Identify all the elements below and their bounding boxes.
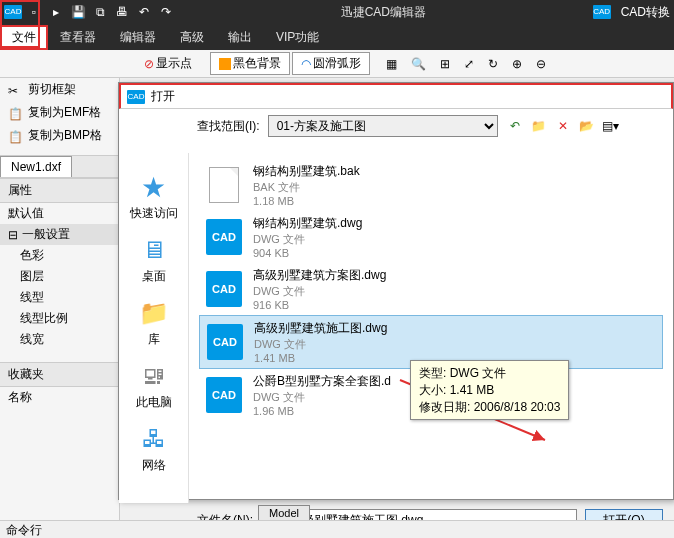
emf-item[interactable]: 📋复制为EMF格 (0, 101, 119, 124)
new-icon[interactable]: ▫ (26, 4, 42, 20)
file-size: 904 KB (253, 247, 362, 259)
menu-file[interactable]: 文件 (0, 25, 48, 50)
newfolder-icon[interactable]: 📂 (578, 117, 596, 135)
tool-7[interactable]: ⊖ (530, 55, 552, 73)
file-size: 1.96 MB (253, 405, 391, 417)
saveall-icon[interactable]: ⧉ (92, 4, 108, 20)
file-type: DWG 文件 (253, 390, 391, 405)
emf-icon: 📋 (8, 107, 22, 119)
open-icon[interactable]: ▸ (48, 4, 64, 20)
file-row[interactable]: CAD高级别墅建筑方案图.dwgDWG 文件916 KB (199, 263, 663, 315)
file-size: 916 KB (253, 299, 386, 311)
tool-4[interactable]: ⤢ (458, 55, 480, 73)
file-size: 1.41 MB (254, 352, 387, 364)
showpoints-button[interactable]: ⊘显示点 (138, 53, 198, 74)
blackbg-button[interactable]: 黑色背景 (210, 52, 290, 75)
crop-item[interactable]: ✂剪切框架 (0, 78, 119, 101)
app-icon: CAD (4, 5, 22, 19)
menu-editor[interactable]: 编辑器 (108, 25, 168, 50)
model-tab[interactable]: Model (258, 505, 310, 521)
prop-layer[interactable]: 图层 (0, 266, 119, 287)
prop-linetype[interactable]: 线型 (0, 287, 119, 308)
file-row[interactable]: CAD钢结构别墅建筑.dwgDWG 文件904 KB (199, 211, 663, 263)
cad-file-icon: CAD (206, 377, 242, 413)
blank-file-icon (209, 167, 239, 203)
up-icon[interactable]: 📁 (530, 117, 548, 135)
collapse-icon: ⊟ (8, 228, 18, 242)
side-network[interactable]: 🖧网络 (124, 423, 184, 474)
side-thispc[interactable]: 🖳此电脑 (124, 360, 184, 411)
cad-file-icon: CAD (206, 219, 242, 255)
command-bar[interactable]: 命令行 (0, 520, 674, 538)
file-name: 钢结构别墅建筑.bak (253, 163, 360, 180)
tool-5[interactable]: ↻ (482, 55, 504, 73)
prop-lineweight[interactable]: 线宽 (0, 329, 119, 350)
menu-advanced[interactable]: 高级 (168, 25, 216, 50)
crop-icon: ✂ (8, 84, 22, 96)
convert-label[interactable]: CAD转换 (621, 4, 670, 21)
print-icon[interactable]: 🖶 (114, 4, 130, 20)
file-row[interactable]: 钢结构别墅建筑.bakBAK 文件1.18 MB (199, 159, 663, 211)
file-tooltip: 类型: DWG 文件 大小: 1.41 MB 修改日期: 2006/8/18 2… (410, 360, 569, 420)
tool-6[interactable]: ⊕ (506, 55, 528, 73)
file-name: 高级别墅建筑施工图.dwg (254, 320, 387, 337)
props-default: 默认值 (0, 203, 119, 224)
undo-icon[interactable]: ↶ (136, 4, 152, 20)
fav-title: 收藏夹 (0, 362, 119, 387)
side-library[interactable]: 📁库 (124, 297, 184, 348)
app-title: 迅捷CAD编辑器 (174, 4, 593, 21)
back-icon[interactable]: ↶ (506, 117, 524, 135)
menu-viewer[interactable]: 查看器 (48, 25, 108, 50)
tool-3[interactable]: ⊞ (434, 55, 456, 73)
bmp-icon: 📋 (8, 130, 22, 142)
arc-button[interactable]: ◠圆滑弧形 (292, 52, 370, 75)
fav-name: 名称 (0, 387, 119, 408)
prop-color[interactable]: 色彩 (0, 245, 119, 266)
del-icon[interactable]: ✕ (554, 117, 572, 135)
props-panel-title: 属性 (0, 178, 119, 203)
file-type: BAK 文件 (253, 180, 360, 195)
file-name: 高级别墅建筑方案图.dwg (253, 267, 386, 284)
file-type: DWG 文件 (253, 284, 386, 299)
save-icon[interactable]: 💾 (70, 4, 86, 20)
doc-tab[interactable]: New1.dxf (0, 156, 72, 177)
viewmode-icon[interactable]: ▤▾ (602, 117, 620, 135)
file-size: 1.18 MB (253, 195, 360, 207)
props-general[interactable]: ⊟一般设置 (0, 224, 119, 245)
tool-1[interactable]: ▦ (380, 55, 403, 73)
dialog-icon: CAD (127, 90, 145, 104)
prop-linescale[interactable]: 线型比例 (0, 308, 119, 329)
file-name: 公爵B型别墅方案全套图.d (253, 373, 391, 390)
redo-icon[interactable]: ↷ (158, 4, 174, 20)
cad-file-icon: CAD (207, 324, 243, 360)
file-type: DWG 文件 (253, 232, 362, 247)
bmp-item[interactable]: 📋复制为BMP格 (0, 124, 119, 147)
file-name: 钢结构别墅建筑.dwg (253, 215, 362, 232)
cad-file-icon: CAD (206, 271, 242, 307)
open-dialog: CAD 打开 查找范围(I): 01-方案及施工图 ↶ 📁 ✕ 📂 ▤▾ ★快速… (118, 82, 674, 500)
menu-vip[interactable]: VIP功能 (264, 25, 331, 50)
lookup-label: 查找范围(I): (197, 118, 260, 135)
side-quick[interactable]: ★快速访问 (124, 171, 184, 222)
dialog-title: 打开 (151, 88, 175, 105)
convert-icon: CAD (593, 5, 611, 19)
lookup-select[interactable]: 01-方案及施工图 (268, 115, 498, 137)
side-desktop[interactable]: 🖥桌面 (124, 234, 184, 285)
file-type: DWG 文件 (254, 337, 387, 352)
menu-output[interactable]: 输出 (216, 25, 264, 50)
tool-2[interactable]: 🔍 (405, 55, 432, 73)
